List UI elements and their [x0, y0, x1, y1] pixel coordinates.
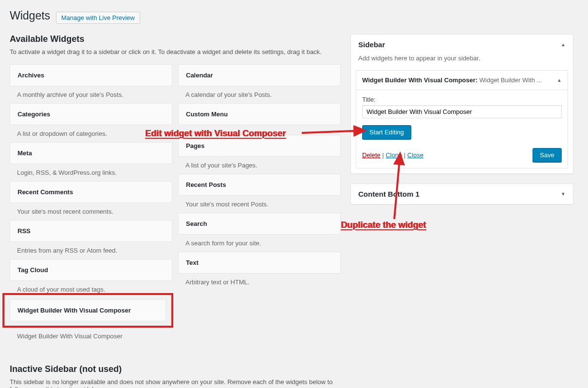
available-widget-custom-menu[interactable]: Custom Menu: [178, 103, 341, 125]
available-widget-recent-comments[interactable]: Recent Comments: [10, 181, 172, 203]
sidebar-panel-header[interactable]: Sidebar ▲: [351, 35, 573, 55]
widget-desc: A monthly archive of your site's Posts.: [10, 86, 172, 98]
sidebar-panel-desc: Add widgets here to appear in your sideb…: [351, 55, 573, 68]
widget-title-input[interactable]: [362, 105, 562, 118]
available-widgets-desc: To activate a widget drag it to a sideba…: [10, 48, 341, 55]
widget-desc: Entries from any RSS or Atom feed.: [10, 242, 172, 254]
inactive-sidebar-desc: This sidebar is no longer available and …: [10, 378, 341, 388]
sidebar-panel-title: Sidebar: [358, 40, 385, 49]
page-title: Widgets: [10, 5, 50, 24]
content-bottom-panel-header[interactable]: Content Bottom 1 ▼: [351, 184, 573, 204]
sidebar-panel: Sidebar ▲ Add widgets here to appear in …: [350, 34, 573, 174]
available-widget-pages[interactable]: Pages: [178, 135, 341, 157]
available-widget-archives[interactable]: Archives: [10, 64, 172, 86]
available-widget-meta[interactable]: Meta: [10, 142, 172, 164]
available-widget-tag-cloud[interactable]: Tag Cloud: [10, 259, 172, 281]
widget-desc: A calendar of your site's Posts.: [178, 86, 341, 98]
available-widget-search[interactable]: Search: [178, 213, 341, 235]
delete-link[interactable]: Delete: [362, 151, 381, 159]
widget-desc: Login, RSS, & WordPress.org links.: [10, 164, 172, 176]
widget-desc: Widget Builder With Visual Composer: [10, 328, 172, 340]
widget-desc: Your site's most recent Posts.: [178, 196, 341, 208]
widget-desc: A search form for your site.: [178, 235, 341, 247]
content-bottom-panel-title: Content Bottom 1: [358, 190, 420, 198]
widget-desc: [178, 125, 341, 130]
chevron-up-icon[interactable]: ▲: [557, 77, 562, 83]
available-widget-text[interactable]: Text: [178, 252, 341, 274]
chevron-up-icon[interactable]: ▲: [561, 42, 566, 47]
available-widget-recent-posts[interactable]: Recent Posts: [178, 174, 341, 196]
content-bottom-panel: Content Bottom 1 ▼: [350, 184, 573, 204]
placed-widget: Widget Builder With Visual Composer: Wid…: [356, 70, 568, 168]
start-editing-button[interactable]: Start Editing: [362, 125, 411, 139]
available-widgets-heading: Available Widgets: [10, 34, 341, 44]
available-widget-visual-composer[interactable]: Widget Builder With Visual Composer: [10, 299, 166, 321]
widget-desc: A list or dropdown of categories.: [10, 125, 172, 137]
widget-links: Delete | Clone | Close: [362, 151, 423, 159]
inactive-sidebar-heading: Inactive Sidebar (not used): [10, 364, 341, 374]
placed-widget-title: Widget Builder With Visual Composer: Wid…: [362, 76, 553, 84]
widget-desc: Your site's most recent comments.: [10, 203, 172, 215]
available-widget-calendar[interactable]: Calendar: [178, 64, 341, 86]
available-widget-rss[interactable]: RSS: [10, 220, 172, 242]
clone-link[interactable]: Clone: [386, 151, 402, 159]
widget-desc: A cloud of your most used tags.: [10, 281, 172, 293]
available-widget-categories[interactable]: Categories: [10, 103, 172, 125]
title-label: Title:: [362, 96, 562, 103]
save-button[interactable]: Save: [533, 148, 562, 162]
widget-desc: Arbitrary text or HTML.: [178, 274, 341, 286]
manage-live-preview-button[interactable]: Manage with Live Preview: [56, 12, 140, 24]
close-link[interactable]: Close: [407, 151, 423, 159]
placed-widget-header[interactable]: Widget Builder With Visual Composer: Wid…: [356, 71, 568, 90]
chevron-down-icon[interactable]: ▼: [561, 191, 566, 197]
widget-desc: A list of your site's Pages.: [178, 157, 341, 169]
highlight-box: Widget Builder With Visual Composer: [2, 293, 173, 328]
